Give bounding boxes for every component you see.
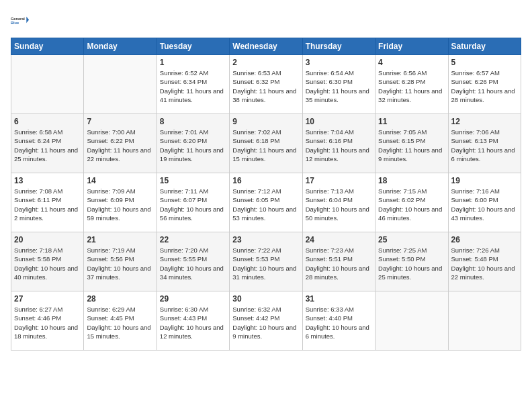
calendar-cell: 25Sunrise: 7:25 AM Sunset: 5:50 PM Dayli… — [375, 232, 448, 291]
cell-content: Sunrise: 7:22 AM Sunset: 5:53 PM Dayligh… — [232, 246, 299, 281]
calendar-cell: 20Sunrise: 7:18 AM Sunset: 5:58 PM Dayli… — [11, 232, 84, 291]
calendar-cell: 27Sunrise: 6:27 AM Sunset: 4:46 PM Dayli… — [11, 291, 84, 351]
header-day-saturday: Saturday — [448, 38, 521, 55]
header-day-tuesday: Tuesday — [157, 38, 229, 55]
logo-icon: GeneralBlue — [11, 11, 30, 30]
cell-content: Sunrise: 7:23 AM Sunset: 5:51 PM Dayligh… — [306, 246, 372, 281]
day-number: 28 — [87, 294, 153, 304]
calendar-week-4: 20Sunrise: 7:18 AM Sunset: 5:58 PM Dayli… — [11, 232, 521, 291]
calendar-cell: 7Sunrise: 7:00 AM Sunset: 6:22 PM Daylig… — [84, 114, 157, 173]
calendar-cell: 28Sunrise: 6:29 AM Sunset: 4:45 PM Dayli… — [84, 291, 157, 351]
calendar-cell: 10Sunrise: 7:04 AM Sunset: 6:16 PM Dayli… — [302, 114, 375, 173]
day-number: 12 — [451, 117, 518, 126]
day-number: 29 — [160, 294, 226, 304]
calendar-cell: 4Sunrise: 6:56 AM Sunset: 6:28 PM Daylig… — [375, 55, 448, 114]
cell-content: Sunrise: 7:16 AM Sunset: 6:00 PM Dayligh… — [451, 187, 518, 222]
day-number: 10 — [306, 117, 372, 126]
cell-content: Sunrise: 7:12 AM Sunset: 6:05 PM Dayligh… — [232, 187, 299, 222]
cell-content: Sunrise: 7:00 AM Sunset: 6:22 PM Dayligh… — [87, 128, 153, 163]
day-number: 24 — [306, 235, 372, 244]
calendar-table: SundayMondayTuesdayWednesdayThursdayFrid… — [11, 38, 521, 351]
cell-content: Sunrise: 7:25 AM Sunset: 5:50 PM Dayligh… — [378, 246, 445, 281]
svg-text:General: General — [11, 17, 25, 21]
calendar-cell: 22Sunrise: 7:20 AM Sunset: 5:55 PM Dayli… — [157, 232, 229, 291]
calendar-cell: 24Sunrise: 7:23 AM Sunset: 5:51 PM Dayli… — [302, 232, 375, 291]
day-number: 6 — [14, 117, 81, 126]
calendar-cell: 16Sunrise: 7:12 AM Sunset: 6:05 PM Dayli… — [230, 173, 302, 232]
calendar-cell: 29Sunrise: 6:30 AM Sunset: 4:43 PM Dayli… — [157, 291, 229, 351]
calendar-week-2: 6Sunrise: 6:58 AM Sunset: 6:24 PM Daylig… — [11, 114, 521, 173]
day-number: 23 — [232, 235, 299, 244]
cell-content: Sunrise: 7:11 AM Sunset: 6:07 PM Dayligh… — [160, 187, 226, 222]
calendar-cell: 30Sunrise: 6:32 AM Sunset: 4:42 PM Dayli… — [230, 291, 302, 351]
day-number: 17 — [306, 176, 372, 185]
calendar-cell — [448, 291, 521, 351]
cell-content: Sunrise: 7:19 AM Sunset: 5:56 PM Dayligh… — [87, 246, 153, 281]
cell-content: Sunrise: 6:56 AM Sunset: 6:28 PM Dayligh… — [378, 68, 445, 104]
day-number: 20 — [14, 235, 81, 244]
calendar-cell: 31Sunrise: 6:33 AM Sunset: 4:40 PM Dayli… — [302, 291, 375, 351]
header-day-thursday: Thursday — [302, 38, 375, 55]
calendar-cell: 21Sunrise: 7:19 AM Sunset: 5:56 PM Dayli… — [84, 232, 157, 291]
calendar-cell — [375, 291, 448, 351]
cell-content: Sunrise: 6:53 AM Sunset: 6:32 PM Dayligh… — [232, 68, 299, 104]
day-number: 31 — [306, 294, 372, 304]
cell-content: Sunrise: 6:54 AM Sunset: 6:30 PM Dayligh… — [306, 68, 372, 104]
day-number: 3 — [306, 58, 372, 67]
cell-content: Sunrise: 6:52 AM Sunset: 6:34 PM Dayligh… — [160, 68, 226, 104]
calendar-cell: 6Sunrise: 6:58 AM Sunset: 6:24 PM Daylig… — [11, 114, 84, 173]
calendar-cell: 19Sunrise: 7:16 AM Sunset: 6:00 PM Dayli… — [448, 173, 521, 232]
calendar-cell: 13Sunrise: 7:08 AM Sunset: 6:11 PM Dayli… — [11, 173, 84, 232]
day-number: 18 — [378, 176, 445, 185]
cell-content: Sunrise: 7:01 AM Sunset: 6:20 PM Dayligh… — [160, 128, 226, 163]
day-number: 7 — [87, 117, 153, 126]
calendar-cell: 11Sunrise: 7:05 AM Sunset: 6:15 PM Dayli… — [375, 114, 448, 173]
cell-content: Sunrise: 7:13 AM Sunset: 6:04 PM Dayligh… — [306, 187, 372, 222]
calendar-cell: 1Sunrise: 6:52 AM Sunset: 6:34 PM Daylig… — [157, 55, 229, 114]
day-number: 22 — [160, 235, 226, 244]
cell-content: Sunrise: 6:32 AM Sunset: 4:42 PM Dayligh… — [232, 305, 299, 340]
calendar-cell: 2Sunrise: 6:53 AM Sunset: 6:32 PM Daylig… — [230, 55, 302, 114]
cell-content: Sunrise: 7:26 AM Sunset: 5:48 PM Dayligh… — [451, 246, 518, 281]
calendar-cell: 12Sunrise: 7:06 AM Sunset: 6:13 PM Dayli… — [448, 114, 521, 173]
day-number: 30 — [232, 294, 299, 304]
cell-content: Sunrise: 7:05 AM Sunset: 6:15 PM Dayligh… — [378, 128, 445, 163]
svg-marker-2 — [26, 17, 29, 23]
day-number: 5 — [451, 58, 518, 67]
cell-content: Sunrise: 7:15 AM Sunset: 6:02 PM Dayligh… — [378, 187, 445, 222]
day-number: 14 — [87, 176, 153, 185]
header-day-friday: Friday — [375, 38, 448, 55]
calendar-cell: 3Sunrise: 6:54 AM Sunset: 6:30 PM Daylig… — [302, 55, 375, 114]
cell-content: Sunrise: 7:04 AM Sunset: 6:16 PM Dayligh… — [306, 128, 372, 163]
day-number: 27 — [14, 294, 81, 304]
cell-content: Sunrise: 7:06 AM Sunset: 6:13 PM Dayligh… — [451, 128, 518, 163]
day-number: 13 — [14, 176, 81, 185]
calendar-cell: 5Sunrise: 6:57 AM Sunset: 6:26 PM Daylig… — [448, 55, 521, 114]
header-day-sunday: Sunday — [11, 38, 84, 55]
cell-content: Sunrise: 7:20 AM Sunset: 5:55 PM Dayligh… — [160, 246, 226, 281]
day-number: 1 — [160, 58, 226, 67]
calendar-cell: 17Sunrise: 7:13 AM Sunset: 6:04 PM Dayli… — [302, 173, 375, 232]
cell-content: Sunrise: 7:08 AM Sunset: 6:11 PM Dayligh… — [14, 187, 81, 222]
header-day-wednesday: Wednesday — [230, 38, 302, 55]
day-number: 26 — [451, 235, 518, 244]
header-day-monday: Monday — [84, 38, 157, 55]
day-number: 21 — [87, 235, 153, 244]
day-number: 15 — [160, 176, 226, 185]
day-number: 4 — [378, 58, 445, 67]
day-number: 19 — [451, 176, 518, 185]
cell-content: Sunrise: 6:29 AM Sunset: 4:45 PM Dayligh… — [87, 305, 153, 340]
day-number: 2 — [232, 58, 299, 67]
logo: GeneralBlue — [11, 11, 30, 30]
cell-content: Sunrise: 6:30 AM Sunset: 4:43 PM Dayligh… — [160, 305, 226, 340]
calendar-cell: 8Sunrise: 7:01 AM Sunset: 6:20 PM Daylig… — [157, 114, 229, 173]
calendar-cell: 14Sunrise: 7:09 AM Sunset: 6:09 PM Dayli… — [84, 173, 157, 232]
calendar-week-3: 13Sunrise: 7:08 AM Sunset: 6:11 PM Dayli… — [11, 173, 521, 232]
page-header: GeneralBlue — [11, 11, 521, 30]
cell-content: Sunrise: 7:02 AM Sunset: 6:18 PM Dayligh… — [232, 128, 299, 163]
calendar-cell: 9Sunrise: 7:02 AM Sunset: 6:18 PM Daylig… — [230, 114, 302, 173]
calendar-cell: 26Sunrise: 7:26 AM Sunset: 5:48 PM Dayli… — [448, 232, 521, 291]
calendar-cell — [84, 55, 157, 114]
day-number: 16 — [232, 176, 299, 185]
calendar-week-5: 27Sunrise: 6:27 AM Sunset: 4:46 PM Dayli… — [11, 291, 521, 351]
